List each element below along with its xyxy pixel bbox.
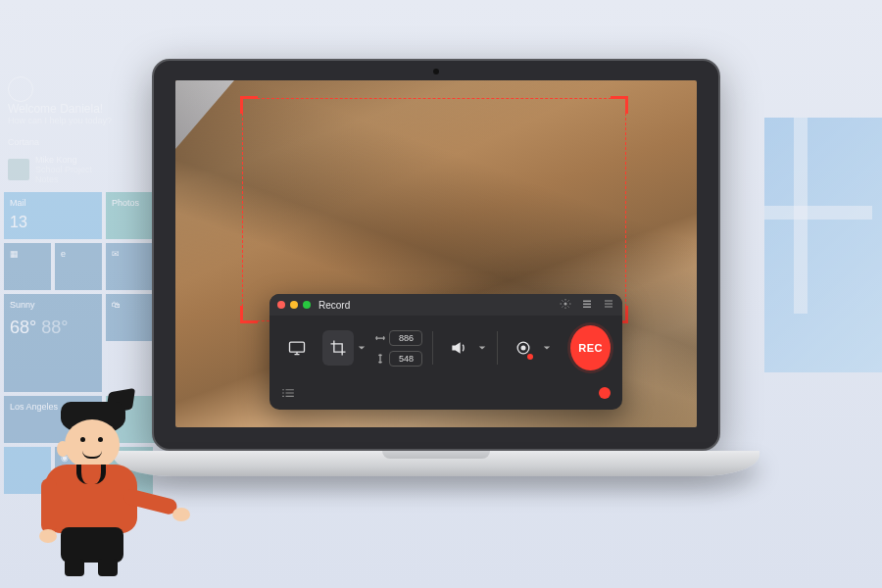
panel-title-text: Record	[318, 300, 350, 311]
mascot-illustration	[18, 384, 165, 580]
capture-dimensions: 886 548	[375, 329, 422, 368]
desktop-wallpaper: Record	[175, 80, 697, 427]
svg-rect-1	[583, 301, 591, 303]
record-button[interactable]: REC	[570, 325, 611, 370]
audio-toggle-button[interactable]	[443, 330, 474, 366]
svg-rect-2	[583, 304, 591, 306]
capture-handle-tr[interactable]	[611, 96, 628, 114]
divider	[497, 331, 498, 365]
tile-calendar: ▦	[4, 243, 51, 290]
capture-height-input[interactable]: 548	[389, 351, 422, 367]
tile-store-icon: 🛍	[106, 294, 153, 341]
recording-indicator-icon	[527, 354, 533, 360]
tile-edge: e	[55, 243, 102, 290]
laptop-base	[113, 451, 760, 476]
record-button-label: REC	[578, 342, 603, 354]
capture-region-overlay[interactable]	[242, 98, 626, 321]
settings-icon[interactable]	[560, 298, 571, 312]
svg-rect-3	[583, 307, 591, 309]
status-dot-icon	[599, 387, 611, 399]
tile-mail2: ✉	[106, 243, 153, 290]
source-fullscreen-button[interactable]	[281, 330, 313, 366]
svg-point-0	[564, 303, 567, 306]
tile-mail: Mail 13	[4, 192, 102, 239]
svg-rect-4	[289, 342, 304, 352]
user-sub1: School Project	[35, 165, 92, 174]
webcam-dropdown[interactable]	[543, 330, 552, 366]
height-icon	[375, 350, 385, 368]
capture-width-input[interactable]: 886	[389, 330, 422, 346]
cortana-circle-icon	[8, 76, 33, 102]
presets-icon[interactable]	[581, 298, 593, 312]
user-name: Mike Kong	[35, 155, 92, 165]
laptop-mockup: Record	[152, 59, 720, 476]
laptop-bezel: Record	[152, 59, 720, 451]
laptop-camera	[433, 69, 439, 74]
user-sub2: Notes	[35, 174, 92, 184]
width-icon	[375, 329, 385, 347]
source-region-dropdown[interactable]	[358, 330, 367, 366]
tile-weather: Sunny 68° 88°	[4, 294, 102, 392]
expand-tray-button[interactable]	[281, 384, 295, 402]
close-icon[interactable]	[277, 301, 285, 309]
record-panel: Record	[270, 294, 622, 410]
minimize-icon[interactable]	[290, 301, 298, 309]
record-titlebar[interactable]: Record	[270, 294, 622, 316]
audio-dropdown[interactable]	[478, 330, 487, 366]
divider	[432, 331, 433, 365]
avatar	[8, 159, 29, 180]
source-region-button[interactable]	[322, 330, 354, 366]
svg-point-6	[520, 346, 525, 351]
zoom-icon[interactable]	[303, 301, 311, 309]
menu-icon[interactable]	[603, 298, 614, 312]
background-windows-logo	[764, 118, 882, 372]
webcam-toggle-button[interactable]	[508, 330, 539, 366]
capture-handle-bl[interactable]	[240, 306, 258, 323]
window-controls	[277, 301, 311, 309]
capture-handle-tl[interactable]	[240, 96, 258, 114]
